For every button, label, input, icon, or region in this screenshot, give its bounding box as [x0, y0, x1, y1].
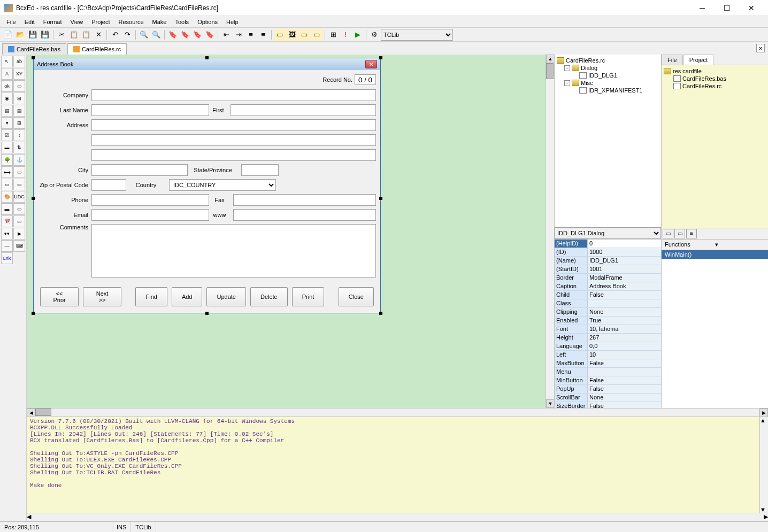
- menu-help[interactable]: Help: [222, 17, 243, 27]
- function-item[interactable]: WinMain(): [662, 250, 768, 259]
- address1-input[interactable]: [91, 119, 376, 131]
- frame-tool-icon[interactable]: ▭: [13, 80, 25, 92]
- company-input[interactable]: [91, 89, 376, 101]
- property-row[interactable]: BorderModalFrame: [555, 274, 661, 282]
- property-row[interactable]: (Name)IDD_DLG1: [555, 257, 661, 265]
- print-button[interactable]: Print: [292, 287, 325, 306]
- menu-resource[interactable]: Resource: [114, 17, 148, 27]
- new-file-icon[interactable]: 📄: [2, 29, 14, 41]
- comments-input[interactable]: [91, 224, 376, 277]
- dialog-close-icon[interactable]: ✕: [365, 60, 377, 68]
- minimize-button[interactable]: ─: [690, 0, 715, 16]
- animate-tool-icon[interactable]: ▶: [13, 228, 25, 240]
- doc-tab[interactable]: CardFileRes.bas: [2, 43, 66, 55]
- dialog-icon[interactable]: ▭: [311, 29, 322, 41]
- output-scroll-h[interactable]: ◀▶: [27, 513, 768, 521]
- table-tool-icon[interactable]: ⊞: [13, 117, 25, 129]
- country-select[interactable]: IDC_COUNTRY: [169, 179, 276, 191]
- indent-icon[interactable]: ⇥: [233, 29, 244, 41]
- listview-tool-icon[interactable]: ▤: [13, 105, 25, 117]
- address3-input[interactable]: [91, 149, 376, 161]
- save-icon[interactable]: 💾: [27, 29, 39, 41]
- undo-icon[interactable]: ↶: [109, 29, 121, 41]
- canvas-scroll-v[interactable]: ▲▼: [546, 55, 554, 408]
- www-input[interactable]: [233, 209, 376, 221]
- prior-button[interactable]: << Prior: [40, 287, 79, 306]
- state-input[interactable]: [241, 164, 279, 176]
- tab-tool-icon[interactable]: ▭: [13, 166, 25, 178]
- outdent-icon[interactable]: ⇤: [220, 29, 232, 41]
- pointer-tool-icon[interactable]: ↖: [1, 56, 13, 67]
- target-combo[interactable]: TCLib: [381, 29, 453, 41]
- date-tool-icon[interactable]: ▭: [13, 215, 25, 227]
- menu-project[interactable]: Project: [87, 17, 114, 27]
- property-row[interactable]: MinButtonFalse: [555, 376, 661, 385]
- align2-icon[interactable]: ≡: [257, 29, 269, 41]
- label-tool-icon[interactable]: ab: [13, 56, 25, 67]
- functions-header[interactable]: Functions▾: [662, 240, 768, 250]
- close-button[interactable]: ✕: [739, 0, 764, 16]
- copy-icon[interactable]: 📋: [68, 29, 80, 41]
- delete-button[interactable]: Delete: [250, 287, 288, 306]
- menu-format[interactable]: Format: [39, 17, 66, 27]
- property-row[interactable]: Language0,0: [555, 342, 661, 351]
- window-icon[interactable]: ▭: [298, 29, 310, 41]
- tree-tool-icon[interactable]: 🌳: [1, 154, 13, 166]
- cut-icon[interactable]: ✂: [56, 29, 67, 41]
- udc-tool-icon[interactable]: UDC: [13, 191, 25, 203]
- button-tool-icon[interactable]: ok: [1, 80, 13, 92]
- view2-icon[interactable]: ▭: [674, 229, 685, 238]
- add-button[interactable]: Add: [172, 287, 203, 306]
- property-row[interactable]: ChildFalse: [555, 291, 661, 299]
- grid-tool-icon[interactable]: ⊞: [13, 92, 25, 104]
- email-input[interactable]: [91, 209, 209, 221]
- property-row[interactable]: (HelpID)0: [555, 240, 661, 248]
- bookmark-next-icon[interactable]: 🔖: [179, 29, 191, 41]
- property-row[interactable]: Menu: [555, 368, 661, 376]
- file-tab[interactable]: File: [662, 55, 683, 65]
- tree-node[interactable]: −Misc: [564, 79, 659, 87]
- checkbox-tool-icon[interactable]: ☑: [1, 129, 13, 141]
- project-tab[interactable]: Project: [683, 55, 713, 65]
- dialog-preview[interactable]: Address Book ✕ Record No. Company Last N…: [33, 58, 381, 313]
- bookmark-clear-icon[interactable]: 🔖: [204, 29, 216, 41]
- tree-leaf[interactable]: IDD_DLG1: [579, 72, 659, 79]
- menu-view[interactable]: View: [66, 17, 88, 27]
- property-row[interactable]: EnabledTrue: [555, 317, 661, 325]
- close-tab-icon[interactable]: ✕: [756, 44, 765, 52]
- fax-input[interactable]: [233, 194, 376, 206]
- combo-tool-icon[interactable]: ▾: [1, 117, 13, 129]
- spin-tool-icon[interactable]: ⇅: [13, 142, 25, 153]
- property-row[interactable]: Left10: [555, 351, 661, 359]
- property-row[interactable]: MaxButtonFalse: [555, 359, 661, 368]
- design-canvas[interactable]: Address Book ✕ Record No. Company Last N…: [27, 55, 546, 408]
- image-edit-icon[interactable]: 🖼: [286, 29, 298, 41]
- menu-edit[interactable]: Edit: [20, 17, 39, 27]
- form-icon[interactable]: ▭: [274, 29, 286, 41]
- update-button[interactable]: Update: [206, 287, 245, 306]
- property-row[interactable]: ScrollBarNone: [555, 394, 661, 402]
- property-row[interactable]: PopUpFalse: [555, 385, 661, 394]
- property-row[interactable]: Height267: [555, 334, 661, 342]
- city-input[interactable]: [91, 164, 188, 176]
- first-input[interactable]: [231, 104, 376, 116]
- align-icon[interactable]: ≡: [245, 29, 257, 41]
- status-tool-icon[interactable]: ▬: [1, 203, 13, 215]
- project-root[interactable]: res cardfile: [664, 67, 766, 75]
- slider-tool-icon[interactable]: ⟷: [1, 166, 13, 178]
- property-row[interactable]: ClippingNone: [555, 308, 661, 317]
- menu-make[interactable]: Make: [148, 17, 171, 27]
- line-tool-icon[interactable]: —: [1, 240, 13, 252]
- doc-tab[interactable]: CardFileRes.rc: [67, 43, 127, 55]
- collapse-icon[interactable]: −: [564, 80, 570, 86]
- picture-tool-icon[interactable]: ▭: [13, 203, 25, 215]
- collapse-icon[interactable]: −: [564, 65, 570, 71]
- property-row[interactable]: Class: [555, 299, 661, 308]
- project-file[interactable]: CardFileRes.bas: [673, 75, 766, 82]
- bookmark-prev-icon[interactable]: 🔖: [191, 29, 203, 41]
- color-tool-icon[interactable]: 🎨: [1, 191, 13, 203]
- tree-leaf[interactable]: IDR_XPMANIFEST1: [579, 87, 659, 94]
- bookmark-icon[interactable]: 🔖: [167, 29, 179, 41]
- panel-tool-icon[interactable]: ▭: [1, 179, 13, 190]
- redo-icon[interactable]: ↷: [121, 29, 133, 41]
